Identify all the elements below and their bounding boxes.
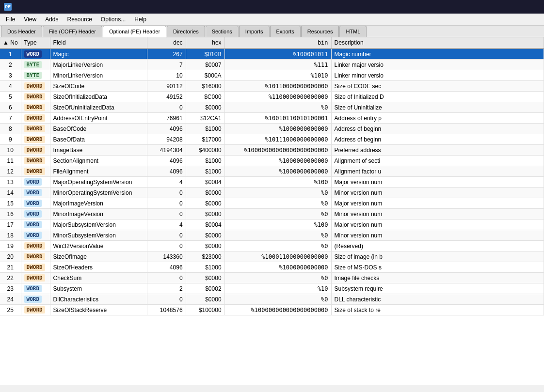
cell-type: DWORD xyxy=(21,305,50,315)
cell-dec: 0 xyxy=(147,102,186,113)
cell-field: SizeOfUninitializedData xyxy=(50,102,147,113)
cell-field: Magic xyxy=(50,48,147,60)
pe-info-table: ▲ NoTypeFielddechexbinDescription 1WORDM… xyxy=(0,37,544,315)
cell-bin: %100001011 xyxy=(224,48,331,60)
cell-no: 23 xyxy=(0,283,21,294)
cell-field: DllCharacteristics xyxy=(50,294,147,305)
table-row[interactable]: 9DWORDBaseOfData94208$17000%101110000000… xyxy=(0,134,544,145)
cell-desc: Size of MS-DOS s xyxy=(331,262,544,273)
cell-desc: Linker minor versio xyxy=(331,70,544,81)
cell-type: WORD xyxy=(21,177,50,188)
table-row[interactable]: 1WORDMagic267$010B%100001011Magic number xyxy=(0,48,544,60)
cell-dec: 4096 xyxy=(147,156,186,166)
cell-type: DWORD xyxy=(21,262,50,273)
cell-type: DWORD xyxy=(21,134,50,145)
table-row[interactable]: 5DWORDSizeOfInitializedData49152$C000%11… xyxy=(0,92,544,102)
table-row[interactable]: 19DWORDWin32VersionValue0$0000%0(Reserve… xyxy=(0,241,544,251)
table-row[interactable]: 18WORDMinorSubsystemVersion0$0000%0Minor… xyxy=(0,230,544,241)
cell-hex: $0000 xyxy=(186,294,224,305)
tab-resources[interactable]: Resources xyxy=(301,26,339,37)
col-header-6[interactable]: Description xyxy=(331,37,544,48)
cell-type: WORD xyxy=(21,283,50,294)
cell-hex: $0004 xyxy=(186,220,224,230)
tab-sections[interactable]: Sections xyxy=(206,26,239,37)
cell-dec: 7 xyxy=(147,60,186,70)
col-header-4[interactable]: hex xyxy=(186,37,224,48)
cell-field: MinorOperatingSystemVersion xyxy=(50,188,147,198)
col-header-1[interactable]: Type xyxy=(21,37,50,48)
cell-no: 6 xyxy=(0,102,21,113)
tab-optionalpeheader[interactable]: Optional (PE) Header xyxy=(103,26,166,37)
cell-dec: 0 xyxy=(147,273,186,283)
cell-bin: %1010 xyxy=(224,70,331,81)
app-icon: PE xyxy=(4,3,12,11)
table-row[interactable]: 7DWORDAddressOfEntryPoint76961$12CA1%100… xyxy=(0,113,544,124)
table-row[interactable]: 25DWORDSizeOfStackReserve1048576$100000%… xyxy=(0,305,544,315)
cell-no: 1 xyxy=(0,48,21,60)
cell-dec: 49152 xyxy=(147,92,186,102)
cell-desc: Size of Initialized D xyxy=(331,92,544,102)
cell-hex: $12CA1 xyxy=(186,113,224,124)
table-row[interactable]: 6DWORDSizeOfUninitializedData0$0000%0Siz… xyxy=(0,102,544,113)
tab-imports[interactable]: Imports xyxy=(239,26,270,37)
cell-no: 14 xyxy=(0,188,21,198)
tab-html[interactable]: HTML xyxy=(339,26,367,37)
col-header-0[interactable]: ▲ No xyxy=(0,37,21,48)
cell-field: CheckSum xyxy=(50,273,147,283)
table-row[interactable]: 13WORDMajorOperatingSystemVersion4$0004%… xyxy=(0,177,544,188)
menu-item-help[interactable]: Help xyxy=(130,15,150,24)
col-header-5[interactable]: bin xyxy=(224,37,331,48)
tab-filecoffheader[interactable]: File (COFF) Header xyxy=(43,26,102,37)
cell-bin: %0 xyxy=(224,188,331,198)
cell-hex: $1000 xyxy=(186,262,224,273)
table-row[interactable]: 23WORDSubsystem2$0002%10Subsystem requir… xyxy=(0,283,544,294)
menu-item-file[interactable]: File xyxy=(2,15,19,24)
menu-item-options[interactable]: Options... xyxy=(97,15,129,24)
cell-dec: 0 xyxy=(147,241,186,251)
cell-type: WORD xyxy=(21,209,50,220)
menu-item-adds[interactable]: Adds xyxy=(41,15,62,24)
cell-no: 13 xyxy=(0,177,21,188)
cell-desc: Minor version num xyxy=(331,209,544,220)
table-row[interactable]: 3BYTEMinorLinkerVersion10$000A%1010Linke… xyxy=(0,70,544,81)
cell-hex: $0000 xyxy=(186,230,224,241)
cell-desc: DLL characteristic xyxy=(331,294,544,305)
col-header-2[interactable]: Field xyxy=(50,37,147,48)
title-bar: PE xyxy=(0,0,544,14)
menu-item-view[interactable]: View xyxy=(20,15,40,24)
table-row[interactable]: 12DWORDFileAlignment4096$1000%1000000000… xyxy=(0,166,544,177)
table-row[interactable]: 20DWORDSizeOfImage143360$23000%100011000… xyxy=(0,251,544,262)
cell-dec: 267 xyxy=(147,48,186,60)
table-row[interactable]: 10DWORDImageBase4194304$400000%100000000… xyxy=(0,145,544,156)
table-row[interactable]: 15WORDMajorImageVersion0$0000%0Major ver… xyxy=(0,198,544,209)
tab-dosheader[interactable]: Dos Header xyxy=(1,26,42,37)
cell-type: DWORD xyxy=(21,241,50,251)
cell-bin: %1000000000000 xyxy=(224,156,331,166)
table-row[interactable]: 14WORDMinorOperatingSystemVersion0$0000%… xyxy=(0,188,544,198)
cell-hex: $0002 xyxy=(186,283,224,294)
col-header-3[interactable]: dec xyxy=(147,37,186,48)
cell-type: WORD xyxy=(21,230,50,241)
tab-directories[interactable]: Directories xyxy=(167,26,205,37)
table-row[interactable]: 8DWORDBaseOfCode4096$1000%1000000000000A… xyxy=(0,124,544,134)
cell-no: 17 xyxy=(0,220,21,230)
menu-item-resource[interactable]: Resource xyxy=(64,15,96,24)
cell-hex: $1000 xyxy=(186,166,224,177)
table-row[interactable]: 17WORDMajorSubsystemVersion4$0004%100Maj… xyxy=(0,220,544,230)
cell-no: 10 xyxy=(0,145,21,156)
cell-dec: 4096 xyxy=(147,262,186,273)
cell-bin: %0 xyxy=(224,273,331,283)
cell-no: 3 xyxy=(0,70,21,81)
table-row[interactable]: 4DWORDSizeOfCode90112$16000%101100000000… xyxy=(0,81,544,92)
table-row[interactable]: 2BYTEMajorLinkerVersion7$0007%111Linker … xyxy=(0,60,544,70)
cell-desc: (Reserved) xyxy=(331,241,544,251)
cell-desc: Size of Uninitialize xyxy=(331,102,544,113)
table-row[interactable]: 22DWORDCheckSum0$0000%0Image file checks xyxy=(0,273,544,283)
table-row[interactable]: 24WORDDllCharacteristics0$0000%0DLL char… xyxy=(0,294,544,305)
table-row[interactable]: 16WORDMinorImageVersion0$0000%0Minor ver… xyxy=(0,209,544,220)
table-row[interactable]: 21DWORDSizeOfHeaders4096$1000%1000000000… xyxy=(0,262,544,273)
table-row[interactable]: 11DWORDSectionAlignment4096$1000%1000000… xyxy=(0,156,544,166)
cell-bin: %100011000000000000 xyxy=(224,251,331,262)
tab-exports[interactable]: Exports xyxy=(270,26,301,37)
cell-type: DWORD xyxy=(21,166,50,177)
